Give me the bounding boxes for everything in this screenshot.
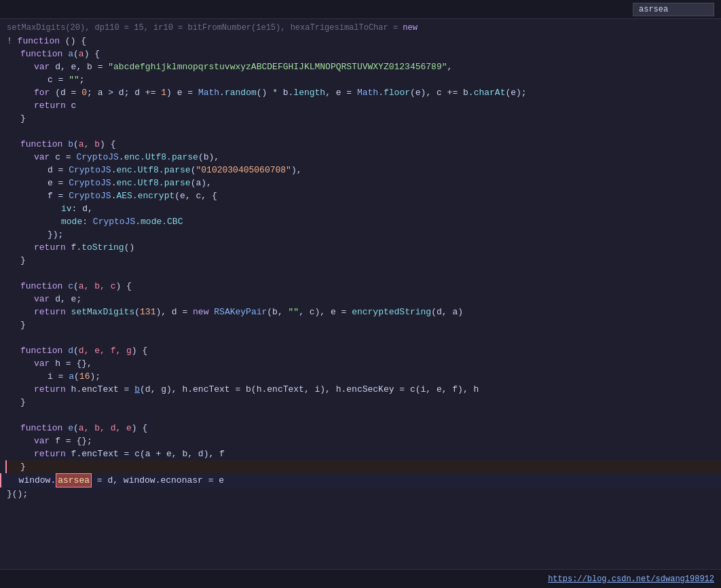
code-line: iv: d, (0, 202, 721, 215)
code-line (0, 409, 721, 422)
code-line: function a(a) { (0, 48, 721, 60)
code-line (0, 331, 721, 344)
code-line: var d, e; (0, 293, 721, 306)
code-line: } (5, 460, 721, 473)
code-line: c = ""; (0, 73, 721, 86)
code-editor: setMaxDigits(20), dp110 = 15, ir10 = bit… (0, 0, 721, 588)
code-line: ! function () { (0, 35, 721, 48)
code-line: d = CryptoJS.enc.Utf8.parse("01020304050… (0, 164, 721, 177)
code-line: return setMaxDigits(131), d = new RSAKey… (0, 306, 721, 318)
code-line: function e(a, b, d, e) { (0, 422, 721, 435)
code-line: var d, e, b = "abcdefghijklmnopqrstuvwxy… (0, 60, 721, 73)
code-line (0, 125, 721, 138)
code-line: var f = {}; (0, 435, 721, 447)
code-line-highlighted: window.asrsea = d, window.ecnonasr = e (0, 473, 721, 488)
code-line: } (0, 318, 721, 331)
code-line: function d(d, e, f, g) { (0, 344, 721, 357)
url-label: https://blog.csdn.net/sdwang198912 (548, 574, 714, 584)
code-line: return f.encText = c(a + e, b, d), f (0, 447, 721, 460)
code-line: return h.encText = b(d, g), h.encText = … (0, 383, 721, 396)
code-line: } (0, 396, 721, 409)
code-line: return c (0, 99, 721, 112)
code-line: var c = CryptoJS.enc.Utf8.parse(b), (0, 151, 721, 164)
code-line: var h = {}, (0, 357, 721, 370)
code-line: e = CryptoJS.enc.Utf8.parse(a), (0, 177, 721, 189)
top-bar (0, 0, 721, 19)
code-line: } (0, 112, 721, 125)
code-line: function b(a, b) { (0, 138, 721, 151)
code-line (0, 267, 721, 280)
code-line: return f.toString() (0, 241, 721, 254)
code-line: mode: CryptoJS.mode.CBC (0, 215, 721, 228)
code-line: function c(a, b, c) { (0, 280, 721, 293)
code-line: for (d = 0; a > d; d += 1) e = Math.rand… (0, 86, 721, 99)
code-line: setMaxDigits(20), dp110 = 15, ir10 = bit… (0, 22, 721, 35)
code-line: }(); (0, 488, 721, 500)
bottom-bar: https://blog.csdn.net/sdwang198912 (0, 569, 721, 588)
code-line: }); (0, 228, 721, 241)
search-input[interactable] (633, 3, 714, 16)
code-line: } (0, 254, 721, 267)
code-line: i = a(16); (0, 370, 721, 383)
code-line: f = CryptoJS.AES.encrypt(e, c, { (0, 189, 721, 202)
code-area[interactable]: setMaxDigits(20), dp110 = 15, ir10 = bit… (0, 19, 721, 569)
